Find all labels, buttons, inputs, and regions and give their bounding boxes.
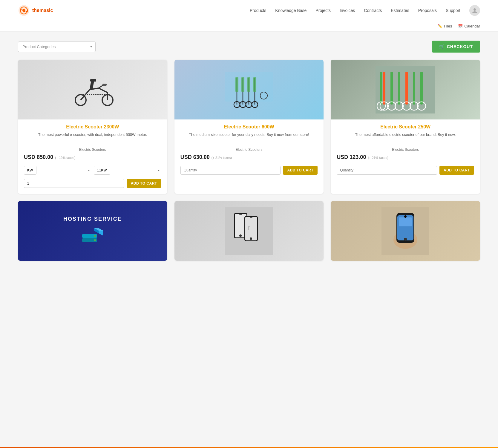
svg-rect-6 bbox=[90, 79, 96, 82]
nav-invoices[interactable]: Invoices bbox=[340, 8, 355, 13]
product-grid: Electric Scooter 2300W The most powerful… bbox=[18, 60, 480, 261]
select-11kw-wrap: 11KW bbox=[94, 166, 161, 175]
product-price: USD 123.00 bbox=[337, 154, 366, 160]
product-card-scooter-2300: Electric Scooter 2300W The most powerful… bbox=[18, 60, 167, 194]
product-image-scooter3 bbox=[331, 60, 480, 119]
quantity-input[interactable] bbox=[180, 166, 281, 175]
user-icon bbox=[471, 7, 478, 14]
product-price: USD 630.00 bbox=[180, 154, 210, 160]
nav-knowledge-base[interactable]: Knowledge Base bbox=[275, 8, 307, 13]
nav-projects[interactable]: Projects bbox=[315, 8, 331, 13]
files-link[interactable]: ✏️ Files bbox=[438, 24, 452, 28]
product-image-phone2 bbox=[331, 201, 480, 261]
user-avatar[interactable] bbox=[469, 5, 480, 16]
checkout-button[interactable]: 🛒 CHECKOUT bbox=[432, 41, 480, 53]
product-tax: (+ 21% taxes) bbox=[368, 156, 388, 159]
svg-rect-20 bbox=[253, 77, 256, 92]
logo-icon bbox=[18, 4, 30, 16]
svg-rect-23 bbox=[380, 72, 382, 105]
add-to-cart-button[interactable]: ADD TO CART bbox=[283, 166, 318, 175]
product-qty-actions: ADD TO CART bbox=[24, 179, 161, 188]
calendar-link[interactable]: 📅 Calendar bbox=[458, 24, 480, 28]
product-image-scooter2 bbox=[174, 60, 324, 119]
price-row: USD 630.00 (+ 21% taxes) bbox=[180, 154, 318, 162]
product-card-scooter-250: Electric Scooter 250W The most affordabl… bbox=[331, 60, 480, 194]
calendar-label: Calendar bbox=[464, 24, 480, 28]
toolbar: Product Categories ▾ 🛒 CHECKOUT bbox=[18, 41, 480, 53]
scooter-group-svg bbox=[219, 66, 279, 113]
nav-products[interactable]: Products bbox=[250, 8, 266, 13]
product-qty-actions: ADD TO CART bbox=[337, 166, 474, 175]
svg-rect-25 bbox=[383, 72, 385, 105]
svg-rect-29 bbox=[398, 72, 400, 105]
product-description: The most powerful e-scooter, with dual, … bbox=[24, 132, 161, 144]
svg-rect-17 bbox=[235, 77, 238, 92]
product-info-scooter-250: Electric Scooter 250W The most affordabl… bbox=[331, 119, 480, 181]
header: themasic Products Knowledge Base Project… bbox=[0, 0, 498, 21]
svg-point-39 bbox=[94, 235, 96, 237]
product-card-scooter-600: Electric Scooter 600W The medium-size sc… bbox=[174, 60, 324, 194]
product-tax: (+ 21% taxes) bbox=[212, 156, 232, 159]
nav-estimates[interactable]: Estimates bbox=[391, 8, 409, 13]
product-category: Electric Scooters bbox=[180, 148, 318, 152]
quantity-input[interactable] bbox=[24, 179, 124, 188]
svg-rect-19 bbox=[247, 77, 250, 92]
phone2-svg bbox=[381, 207, 429, 255]
svg-point-3 bbox=[474, 8, 476, 11]
svg-rect-18 bbox=[241, 77, 244, 92]
nav-proposals[interactable]: Proposals bbox=[418, 8, 437, 13]
product-tax: (+ 19% taxes) bbox=[55, 156, 75, 159]
select-11kw[interactable]: 11KW bbox=[94, 166, 110, 175]
product-info-scooter-600: Electric Scooter 600W The medium-size sc… bbox=[174, 119, 324, 181]
product-price: USD 850.00 bbox=[24, 154, 53, 160]
product-image-hosting: hosting SERVICE bbox=[18, 201, 167, 261]
quantity-input[interactable] bbox=[337, 166, 437, 175]
product-title: Electric Scooter 600W bbox=[180, 124, 318, 130]
hosting-image-icon bbox=[81, 225, 105, 246]
svg-rect-58 bbox=[399, 217, 412, 226]
svg-rect-47 bbox=[239, 214, 242, 215]
add-to-cart-button[interactable]: ADD TO CART bbox=[127, 179, 161, 188]
product-image-scooter1 bbox=[18, 60, 167, 119]
product-title: Electric Scooter 2300W bbox=[24, 124, 161, 130]
product-title: Electric Scooter 250W bbox=[337, 124, 474, 130]
checkout-label: CHECKOUT bbox=[447, 44, 473, 49]
svg-rect-35 bbox=[420, 72, 423, 105]
svg-rect-51 bbox=[250, 217, 252, 218]
logo[interactable]: themasic bbox=[18, 4, 53, 16]
svg-text::  bbox=[249, 225, 251, 231]
files-label: Files bbox=[444, 24, 452, 28]
sub-header: ✏️ Files 📅 Calendar bbox=[0, 21, 498, 32]
svg-rect-31 bbox=[405, 72, 408, 105]
nav-support[interactable]: Support bbox=[446, 8, 460, 13]
svg-point-48 bbox=[239, 234, 242, 237]
hosting-image-title: hosting SERVICE bbox=[63, 216, 122, 223]
scooter-svg bbox=[69, 72, 117, 108]
calendar-icon: 📅 bbox=[458, 24, 463, 28]
hosting-overlay: hosting SERVICE bbox=[18, 201, 167, 261]
nav-contracts[interactable]: Contracts bbox=[364, 8, 382, 13]
add-to-cart-button[interactable]: ADD TO CART bbox=[439, 166, 474, 175]
svg-rect-50 bbox=[245, 217, 257, 240]
product-description: The medium-size scooter for your daily n… bbox=[180, 132, 318, 144]
product-card-phone2 bbox=[331, 201, 480, 261]
product-qty-actions: ADD TO CART bbox=[180, 166, 318, 175]
cart-icon: 🛒 bbox=[439, 44, 445, 49]
product-info-scooter-2300: Electric Scooter 2300W The most powerful… bbox=[18, 119, 167, 194]
svg-rect-27 bbox=[390, 72, 393, 105]
main-nav: Products Knowledge Base Projects Invoice… bbox=[250, 5, 480, 16]
cloud-server-icon bbox=[81, 225, 105, 243]
svg-point-60 bbox=[404, 215, 407, 218]
price-row: USD 850.00 (+ 19% taxes) bbox=[24, 154, 161, 162]
product-description: The most affordable electric scooter of … bbox=[337, 132, 474, 144]
price-row: USD 123.00 (+ 21% taxes) bbox=[337, 154, 474, 162]
category-select[interactable]: Product Categories bbox=[18, 42, 96, 52]
scooter-row-svg bbox=[376, 66, 435, 113]
svg-rect-7 bbox=[102, 84, 107, 86]
select-kw[interactable]: KW bbox=[24, 166, 36, 175]
files-icon: ✏️ bbox=[438, 24, 442, 28]
svg-rect-33 bbox=[413, 72, 415, 105]
phones-svg:  bbox=[225, 207, 273, 255]
product-actions: KW 11KW bbox=[24, 166, 161, 175]
svg-point-59 bbox=[404, 238, 407, 241]
